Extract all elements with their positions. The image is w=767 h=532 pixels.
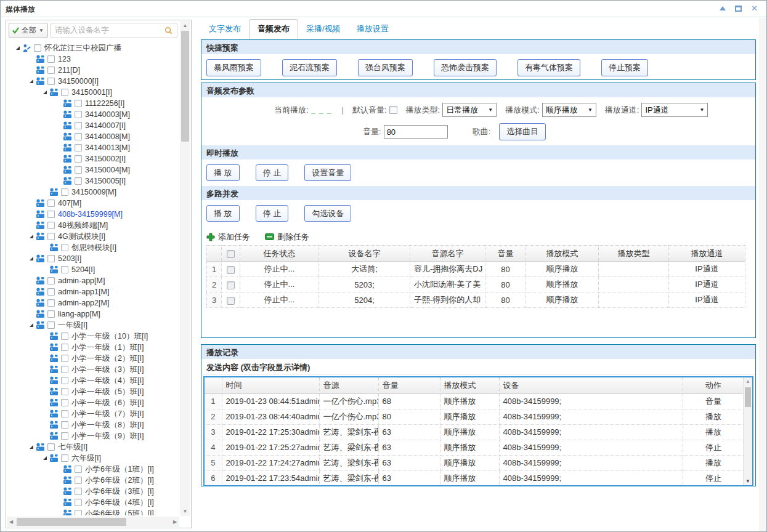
tree-checkbox[interactable] xyxy=(61,332,68,340)
tree-item[interactable]: 34150001[I] xyxy=(7,87,179,98)
tree-checkbox[interactable] xyxy=(47,66,55,74)
record-row[interactable]: 52019-01-22 17:24:27admin艺涛、梁剑东-夜色(D.63顺… xyxy=(205,455,744,470)
record-row[interactable]: 62019-01-22 17:23:54admin艺涛、梁剑东-夜色(D.63顺… xyxy=(205,470,744,486)
tree-item[interactable]: 34150009[M] xyxy=(7,187,179,198)
tree-item[interactable]: 小学一年级（9）班[I] xyxy=(7,430,179,441)
tree-item[interactable]: 小学一年级（3）班[I] xyxy=(7,364,179,375)
tree-item[interactable]: 34140008[M] xyxy=(7,131,179,142)
tree-item[interactable]: 123 xyxy=(7,54,179,65)
instant-button-1[interactable]: 停 止 xyxy=(256,164,289,181)
default-volume-checkbox[interactable] xyxy=(389,106,397,114)
tree-item[interactable]: liang-app[M] xyxy=(7,308,179,320)
add-task-button[interactable]: 添加任务 xyxy=(206,232,250,243)
tree-checkbox[interactable] xyxy=(47,288,55,296)
tree-checkbox[interactable] xyxy=(47,310,55,318)
expand-triangle-icon[interactable] xyxy=(43,91,47,94)
tree-checkbox[interactable] xyxy=(75,499,82,506)
instant-button-2[interactable]: 设置音量 xyxy=(304,164,351,181)
tree-checkbox[interactable] xyxy=(47,55,55,63)
tree-item[interactable]: 34140003[M] xyxy=(7,109,179,120)
tree-checkbox[interactable] xyxy=(61,432,68,440)
expand-triangle-icon[interactable] xyxy=(30,235,33,238)
tree-item[interactable]: 创思特模块[I] xyxy=(7,242,179,253)
tree-item[interactable]: 小学一年级（5）班[I] xyxy=(7,386,179,397)
window-vertical-scrollbar[interactable] xyxy=(760,18,766,531)
tree-checkbox[interactable] xyxy=(61,366,68,373)
tree-item[interactable]: 六年级[I] xyxy=(7,453,179,464)
tree-item[interactable]: 小学一年级（10）班[I] xyxy=(7,331,179,342)
scrollbar-thumb[interactable] xyxy=(745,387,751,407)
tree-checkbox[interactable] xyxy=(61,377,68,384)
select-song-button[interactable]: 选择曲目 xyxy=(499,123,546,140)
play-type-select[interactable]: 日常播放 ▼ xyxy=(442,103,497,117)
search-input[interactable]: 请输入设备名字 xyxy=(51,23,177,38)
tree-item[interactable]: admin-app[M] xyxy=(7,275,179,286)
tree-checkbox[interactable] xyxy=(47,211,55,218)
scroll-down-icon[interactable]: ▼ xyxy=(744,478,752,484)
maximize-icon[interactable] xyxy=(735,6,742,12)
tree-checkbox[interactable] xyxy=(75,477,82,484)
tree-item[interactable]: 小学一年级（7）班[I] xyxy=(7,408,179,419)
tree-checkbox[interactable] xyxy=(47,443,55,451)
expand-triangle-icon[interactable] xyxy=(30,323,33,327)
tree-item[interactable]: 小学一年级（8）班[I] xyxy=(7,419,179,430)
plan-button-3[interactable]: 恐怖袭击预案 xyxy=(434,59,497,76)
tree-checkbox[interactable] xyxy=(75,144,82,151)
instant-button-0[interactable]: 播 放 xyxy=(206,164,240,181)
tree-item[interactable]: 小学一年级（4）班[I] xyxy=(7,375,179,386)
tree-item[interactable]: 小学一年级（6）班[I] xyxy=(7,397,179,408)
tree-checkbox[interactable] xyxy=(61,89,68,96)
tree-checkbox[interactable] xyxy=(61,266,68,273)
tree-item[interactable]: 小学一年级（1）班[I] xyxy=(7,342,179,353)
scroll-right-icon[interactable]: ▶ xyxy=(172,519,178,525)
tree-item[interactable]: 34140013[M] xyxy=(7,142,179,153)
tree-checkbox[interactable] xyxy=(47,200,55,207)
play-channel-select[interactable]: IP通道 ▼ xyxy=(641,103,708,117)
tree-item[interactable]: 七年级[I] xyxy=(7,441,179,453)
tree-checkbox[interactable] xyxy=(47,299,55,307)
tree-checkbox[interactable] xyxy=(75,177,82,185)
tree-checkbox[interactable] xyxy=(61,188,68,196)
tree-checkbox[interactable] xyxy=(47,255,55,262)
plan-button-0[interactable]: 暴风雨预案 xyxy=(206,59,261,76)
tree-item[interactable]: 小学6年级（3班）[I] xyxy=(7,486,179,497)
multi-button-2[interactable]: 勾选设备 xyxy=(304,205,351,222)
tree-checkbox[interactable] xyxy=(61,454,68,462)
tree-checkbox[interactable] xyxy=(34,44,41,52)
task-checkbox[interactable] xyxy=(227,297,235,305)
tree-checkbox[interactable] xyxy=(75,155,82,163)
tree-checkbox[interactable] xyxy=(47,78,55,85)
tree-item[interactable]: 怀化芷江三中校园广播 xyxy=(7,42,179,54)
tree-checkbox[interactable] xyxy=(47,222,55,229)
tree-vertical-scrollbar[interactable]: ▲ ▼ xyxy=(180,21,190,516)
plan-button-4[interactable]: 有毒气体预案 xyxy=(517,59,580,76)
scrollbar-thumb[interactable] xyxy=(181,31,189,142)
tree-checkbox[interactable] xyxy=(75,488,82,495)
plan-button-1[interactable]: 泥石流预案 xyxy=(282,59,337,76)
tree-item[interactable]: 4G测试模块[I] xyxy=(7,231,179,242)
expand-triangle-icon[interactable] xyxy=(43,456,47,460)
tree-checkbox[interactable] xyxy=(75,166,82,174)
tree-checkbox[interactable] xyxy=(61,421,68,429)
tree-checkbox[interactable] xyxy=(61,399,68,406)
tree-checkbox[interactable] xyxy=(61,410,68,417)
tree-item[interactable]: 34150000[I] xyxy=(7,76,179,87)
tree-item[interactable]: 小学6年级（1班）[I] xyxy=(7,464,179,475)
tree-checkbox[interactable] xyxy=(75,122,82,129)
record-row[interactable]: 12019-01-23 08:44:51admin一亿个伤心.mp3:68顺序播… xyxy=(205,393,744,409)
plan-button-5[interactable]: 停止预案 xyxy=(601,59,648,76)
plan-button-2[interactable]: 强台风预案 xyxy=(358,59,413,76)
multi-button-0[interactable]: 播 放 xyxy=(206,205,240,222)
task-row[interactable]: 2停止中...5203;小沈阳汤潮-美了美80顺序播放IP通道 xyxy=(207,277,745,292)
tree-checkbox[interactable] xyxy=(75,510,82,515)
scroll-left-icon[interactable]: ◀ xyxy=(8,519,14,525)
record-row[interactable]: 32019-01-22 17:25:30admin艺涛、梁剑东-夜色(D.63顺… xyxy=(205,424,744,440)
tree-checkbox[interactable] xyxy=(61,244,68,251)
play-mode-select[interactable]: 顺序播放 ▼ xyxy=(542,103,596,117)
tree-checkbox[interactable] xyxy=(61,355,68,362)
tab-text-publish[interactable]: 文字发布 xyxy=(201,20,249,38)
tree-item[interactable]: admin-app1[M] xyxy=(7,286,179,297)
scroll-up-icon[interactable]: ▲ xyxy=(744,379,752,384)
tree-item[interactable]: 5203[I] xyxy=(7,253,179,264)
tree-item[interactable]: 小学6年级（4班）[I] xyxy=(7,497,179,508)
